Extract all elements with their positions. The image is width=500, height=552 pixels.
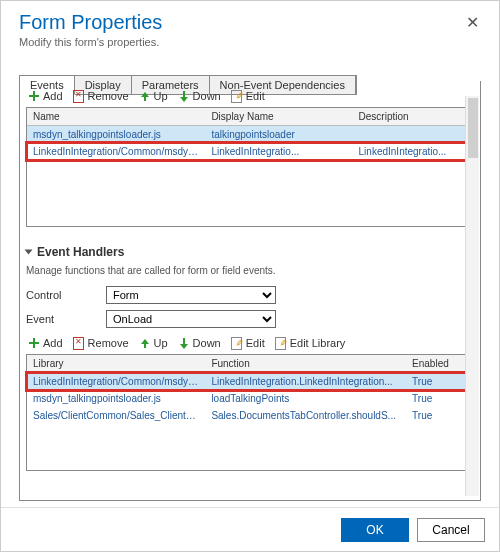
cell-function: loadTalkingPoints <box>205 390 406 407</box>
grid-row-highlighted[interactable]: LinkedInIntegration/Common/msdyn_L... Li… <box>27 373 473 391</box>
edit-handler-button[interactable]: Edit <box>231 337 265 349</box>
up-label: Up <box>154 90 168 102</box>
cell-enabled: True <box>406 390 473 407</box>
grid-row[interactable]: msdyn_talkingpointsloader.js loadTalking… <box>27 390 473 407</box>
event-handlers-title: Event Handlers <box>37 245 124 259</box>
cell-desc: LinkedInIntegratio... <box>353 143 473 160</box>
scrollbar-thumb[interactable] <box>468 98 478 158</box>
up-icon <box>139 337 151 349</box>
cell-library: Sales/ClientCommon/Sales_ClientCom... <box>27 407 205 424</box>
cell-name: msdyn_talkingpointsloader.js <box>27 126 205 144</box>
web-resources-grid: Name Display Name Description msdyn_talk… <box>26 107 474 227</box>
collapse-icon <box>25 250 33 255</box>
cell-desc <box>353 126 473 144</box>
down-icon <box>178 90 190 102</box>
down-handler-button[interactable]: Down <box>178 337 221 349</box>
down-icon <box>178 337 190 349</box>
cell-library: LinkedInIntegration/Common/msdyn_L... <box>27 373 205 391</box>
col-function[interactable]: Function <box>205 355 406 373</box>
remove-icon <box>73 337 85 349</box>
grid-row[interactable]: Sales/ClientCommon/Sales_ClientCom... Sa… <box>27 407 473 424</box>
cell-library: msdyn_talkingpointsloader.js <box>27 390 205 407</box>
remove-handler-button[interactable]: Remove <box>73 337 129 349</box>
col-name[interactable]: Name <box>27 108 205 126</box>
cell-enabled: True <box>406 373 473 391</box>
cell-display: LinkedInIntegratio... <box>205 143 352 160</box>
edit-library-label: Edit Library <box>290 337 346 349</box>
control-select[interactable]: Form <box>106 286 276 304</box>
event-handlers-header[interactable]: Event Handlers <box>26 245 474 259</box>
event-row: Event OnLoad <box>26 310 474 328</box>
dialog-subtitle: Modify this form's properties. <box>19 36 481 48</box>
cell-enabled: True <box>406 407 473 424</box>
remove-label: Remove <box>88 337 129 349</box>
add-button[interactable]: Add <box>28 90 63 102</box>
edit-icon <box>275 337 287 349</box>
vertical-scrollbar[interactable] <box>465 96 479 496</box>
down-label: Down <box>193 90 221 102</box>
col-display-name[interactable]: Display Name <box>205 108 352 126</box>
grid-row[interactable]: msdyn_talkingpointsloader.js talkingpoin… <box>27 126 473 144</box>
control-row: Control Form <box>26 286 474 304</box>
remove-button[interactable]: Remove <box>73 90 129 102</box>
up-label: Up <box>154 337 168 349</box>
remove-label: Remove <box>88 90 129 102</box>
cell-function: Sales.DocumentsTabController.shouldS... <box>205 407 406 424</box>
tab-content: Add Remove Up Down Edit Name Display Nam… <box>19 81 481 501</box>
ok-button[interactable]: OK <box>341 518 409 542</box>
remove-icon <box>73 90 85 102</box>
grid-empty-space <box>27 160 473 226</box>
edit-button[interactable]: Edit <box>231 90 265 102</box>
web-resources-toolbar: Add Remove Up Down Edit <box>26 87 474 107</box>
event-label: Event <box>26 313 106 325</box>
up-handler-button[interactable]: Up <box>139 337 168 349</box>
col-enabled[interactable]: Enabled <box>406 355 473 373</box>
add-handler-button[interactable]: Add <box>28 337 63 349</box>
edit-label: Edit <box>246 90 265 102</box>
handlers-grid: Library Function Enabled LinkedInIntegra… <box>26 354 474 471</box>
grid-header-row: Name Display Name Description <box>27 108 473 126</box>
event-handlers-desc: Manage functions that are called for for… <box>26 265 474 276</box>
cancel-button[interactable]: Cancel <box>417 518 485 542</box>
form-properties-dialog: Form Properties Modify this form's prope… <box>0 0 500 552</box>
control-label: Control <box>26 289 106 301</box>
add-label: Add <box>43 90 63 102</box>
close-icon[interactable]: ✕ <box>460 11 485 34</box>
plus-icon <box>28 90 40 102</box>
up-icon <box>139 90 151 102</box>
plus-icon <box>28 337 40 349</box>
up-button[interactable]: Up <box>139 90 168 102</box>
grid-header-row: Library Function Enabled <box>27 355 473 373</box>
down-label: Down <box>193 337 221 349</box>
grid-empty-space <box>27 424 473 470</box>
col-library[interactable]: Library <box>27 355 205 373</box>
grid-row-highlighted[interactable]: LinkedInIntegration/Common/msdyn_L... Li… <box>27 143 473 160</box>
handlers-toolbar: Add Remove Up Down Edit Edit Library <box>26 334 474 354</box>
edit-label: Edit <box>246 337 265 349</box>
dialog-footer: OK Cancel <box>1 507 499 551</box>
dialog-title: Form Properties <box>19 11 481 34</box>
add-label: Add <box>43 337 63 349</box>
edit-icon <box>231 90 243 102</box>
cell-name: LinkedInIntegration/Common/msdyn_L... <box>27 143 205 160</box>
cell-function: LinkedInIntegration.LinkedInIntegration.… <box>205 373 406 391</box>
event-select[interactable]: OnLoad <box>106 310 276 328</box>
cell-display: talkingpointsloader <box>205 126 352 144</box>
down-button[interactable]: Down <box>178 90 221 102</box>
edit-library-button[interactable]: Edit Library <box>275 337 346 349</box>
edit-icon <box>231 337 243 349</box>
col-description[interactable]: Description <box>353 108 473 126</box>
dialog-header: Form Properties Modify this form's prope… <box>1 1 499 54</box>
